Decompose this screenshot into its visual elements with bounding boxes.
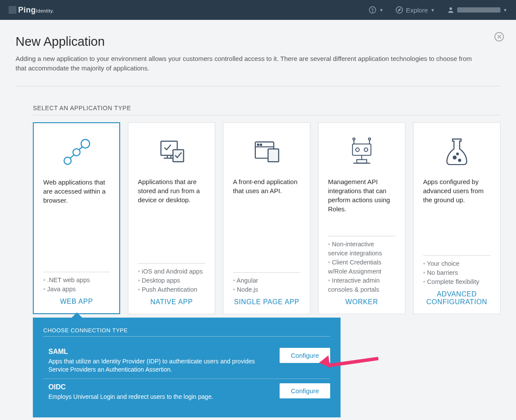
- svg-point-1: [373, 12, 373, 12]
- connection-desc: Apps that utilize an Identity Provider (…: [48, 357, 255, 374]
- help-icon: [369, 6, 376, 14]
- svg-point-24: [353, 138, 355, 140]
- svg-rect-28: [357, 159, 367, 163]
- card-title: WEB APP: [43, 298, 110, 305]
- configure-button-oidc[interactable]: Configure: [280, 383, 330, 398]
- new-application-modal: New Application Adding a new application…: [0, 20, 516, 420]
- card-desc: A front-end application that uses an API…: [233, 177, 300, 223]
- close-button[interactable]: [494, 32, 504, 41]
- svg-point-30: [453, 156, 456, 159]
- card-examples: .NET web appsJava apps: [43, 276, 110, 294]
- brand-logo[interactable]: PingIdentity.: [0, 0, 80, 20]
- help-menu[interactable]: ▼: [369, 6, 383, 14]
- connection-row-oidc: OIDCEmploys Universal Login and redirect…: [43, 379, 330, 406]
- user-menu[interactable]: ▼: [447, 6, 507, 14]
- svg-rect-19: [268, 149, 279, 162]
- card-icon: [138, 133, 205, 172]
- svg-point-31: [459, 159, 461, 161]
- modal-intro: Adding a new application to your environ…: [16, 54, 482, 73]
- svg-point-6: [73, 149, 80, 156]
- svg-point-26: [369, 138, 371, 140]
- logo-icon: [9, 6, 16, 14]
- connection-desc: Employs Universal Login and redirect use…: [48, 393, 213, 401]
- app-type-card-advanced-configuration[interactable]: Apps configured by advanced users from t…: [413, 122, 500, 314]
- card-desc: Applications that are stored and run fro…: [138, 177, 205, 223]
- username-redacted: [457, 7, 500, 13]
- chevron-down-icon: ▼: [379, 8, 383, 13]
- card-icon: [233, 133, 300, 172]
- card-examples: Non-interactive service integrationsClie…: [328, 240, 395, 294]
- top-header: PingIdentity. ▼ Explore ▼ ▼: [0, 0, 516, 20]
- explore-menu[interactable]: Explore ▼: [395, 6, 435, 14]
- card-title: WORKER: [328, 298, 395, 306]
- app-type-card-single-page-app[interactable]: A front-end application that uses an API…: [223, 122, 310, 314]
- card-desc: Web applications that are accessed withi…: [43, 178, 110, 223]
- user-icon: [447, 6, 455, 14]
- svg-line-9: [79, 146, 83, 150]
- card-examples: iOS and Android appsDesktop appsPush Aut…: [138, 267, 205, 294]
- card-title: ADVANCED CONFIGURATION: [423, 290, 491, 306]
- card-desc: Management API integrations that can per…: [328, 177, 395, 223]
- app-type-card-worker[interactable]: Management API integrations that can per…: [318, 122, 405, 314]
- modal-title: New Application: [16, 35, 500, 49]
- card-examples: Your choiceNo barriersComplete flexibili…: [423, 259, 491, 286]
- svg-marker-3: [398, 9, 401, 11]
- svg-point-32: [457, 153, 459, 155]
- card-icon: [423, 133, 491, 172]
- app-type-card-web-app[interactable]: Web applications that are accessed withi…: [33, 122, 120, 314]
- card-examples: AngularNode.js: [233, 276, 300, 294]
- select-type-label: SELECT AN APPLICATION TYPE: [33, 105, 500, 111]
- svg-point-16: [258, 144, 259, 145]
- card-icon: [43, 134, 110, 172]
- card-icon: [328, 133, 395, 172]
- connection-name: OIDC: [48, 383, 213, 391]
- compass-icon: [395, 6, 403, 14]
- card-desc: Apps configured by advanced users from t…: [423, 177, 491, 223]
- app-type-card-native-app[interactable]: Applications that are stored and run fro…: [128, 122, 215, 314]
- explore-label: Explore: [406, 6, 428, 14]
- connection-type-panel: CHOOSE CONNECTION TYPE SAMLApps that uti…: [33, 318, 341, 418]
- app-type-cards: Web applications that are accessed withi…: [33, 122, 500, 314]
- svg-point-21: [356, 148, 359, 151]
- chevron-down-icon: ▼: [503, 8, 507, 13]
- configure-button-saml[interactable]: Configure: [280, 348, 330, 363]
- chevron-down-icon: ▼: [430, 8, 435, 13]
- svg-point-22: [364, 148, 368, 151]
- svg-point-17: [260, 144, 261, 145]
- connection-title: CHOOSE CONNECTION TYPE: [43, 327, 330, 334]
- connection-row-saml: SAMLApps that utilize an Identity Provid…: [43, 344, 330, 379]
- svg-line-8: [70, 155, 74, 158]
- connection-name: SAML: [48, 348, 255, 356]
- brand-sub: Identity.: [36, 8, 54, 13]
- svg-point-4: [449, 7, 452, 10]
- brand-main: Ping: [18, 6, 36, 14]
- card-title: NATIVE APP: [138, 298, 205, 306]
- card-title: SINGLE PAGE APP: [233, 298, 300, 306]
